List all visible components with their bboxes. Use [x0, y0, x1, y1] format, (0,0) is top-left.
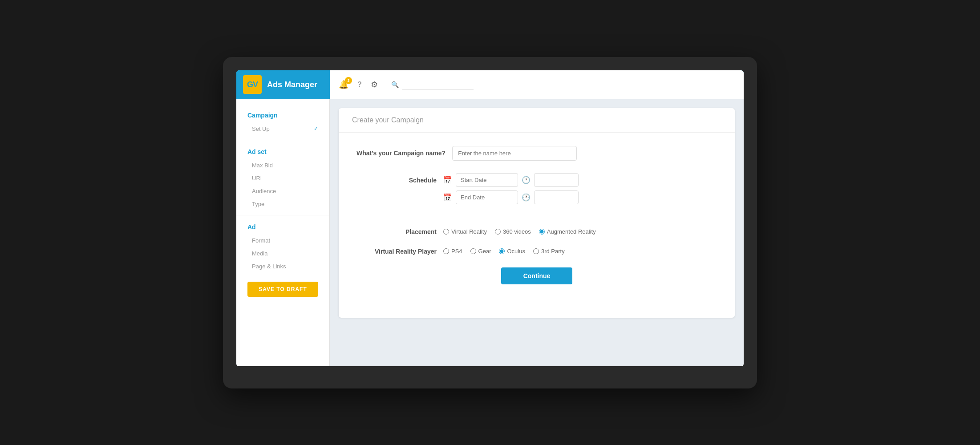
campaign-name-label: What's your Campaign name?	[356, 150, 445, 157]
sidebar-adset-title: Ad set	[236, 145, 329, 159]
form-header-title: Create your Campaign	[352, 116, 424, 124]
settings-icon[interactable]: ⚙	[371, 80, 378, 89]
campaign-name-input[interactable]	[452, 146, 577, 161]
schedule-label: Schedule	[356, 173, 437, 184]
sidebar-item-maxbid[interactable]: Max Bid	[236, 159, 329, 172]
form-card-header: Create your Campaign	[339, 108, 735, 133]
logo-area: GV Ads Manager	[236, 70, 330, 99]
sidebar-item-audience[interactable]: Audience	[236, 185, 329, 198]
vr-player-oculus[interactable]: Oculus	[499, 248, 525, 255]
sidebar-divider-1	[236, 140, 329, 140]
content-area: Create your Campaign What's your Campaig…	[330, 99, 744, 366]
end-date-input[interactable]	[456, 190, 518, 204]
search-input[interactable]	[402, 80, 474, 89]
end-time-input[interactable]: 11:40 AM	[534, 190, 579, 204]
help-icon[interactable]: ?	[357, 81, 362, 89]
vr-player-gear[interactable]: Gear	[470, 248, 491, 255]
vr-player-ps4[interactable]: PS4	[443, 248, 462, 255]
sidebar-item-format[interactable]: Format	[236, 234, 329, 247]
placement-row: Placement Virtual Reality 360 videos	[356, 228, 717, 235]
form-body: What's your Campaign name? Schedule 📅 🕐	[339, 133, 735, 318]
start-clock-icon: 🕐	[522, 176, 530, 184]
save-draft-button[interactable]: SAVE TO DRAFT	[247, 282, 318, 297]
vr-ps4-radio[interactable]	[443, 248, 449, 254]
end-calendar-icon[interactable]: 📅	[443, 193, 452, 202]
main-content: Campaign Set Up ✓ Ad set Max Bid URL	[236, 99, 744, 366]
vr-oculus-radio[interactable]	[499, 248, 505, 254]
sidebar-section-campaign: Campaign Set Up ✓	[236, 108, 329, 135]
continue-button[interactable]: Continue	[501, 267, 573, 284]
placement-label: Placement	[356, 228, 437, 235]
placement-radio-group: Virtual Reality 360 videos Augmented Rea…	[443, 228, 596, 235]
vr-gear-radio[interactable]	[470, 248, 476, 254]
form-card: Create your Campaign What's your Campaig…	[339, 108, 735, 318]
search-bar: 🔍	[391, 80, 474, 89]
notification-badge: 3	[345, 77, 352, 84]
laptop-frame: GV Ads Manager 🔔 3 ? ⚙ 🔍	[223, 57, 757, 388]
top-nav: 🔔 3 ? ⚙ 🔍	[330, 70, 744, 99]
campaign-name-row: What's your Campaign name?	[356, 146, 717, 161]
placement-360-radio[interactable]	[495, 229, 501, 235]
sidebar-section-ad: Ad Format Media Page & Links	[236, 220, 329, 273]
sidebar-item-setup-check: ✓	[314, 125, 318, 132]
vr-player-row: Virtual Reality Player PS4 Gear	[356, 248, 717, 255]
vr-player-3rdparty[interactable]: 3rd Party	[533, 248, 565, 255]
top-bar: GV Ads Manager 🔔 3 ? ⚙ 🔍	[236, 70, 744, 99]
vr-player-label: Virtual Reality Player	[356, 248, 437, 255]
placement-vr-radio[interactable]	[443, 229, 449, 235]
sidebar-item-media[interactable]: Media	[236, 247, 329, 260]
placement-virtual-reality[interactable]: Virtual Reality	[443, 228, 487, 235]
start-time-input[interactable]: 9:58 AM	[534, 173, 579, 187]
end-schedule-row: 📅 🕐 11:40 AM	[443, 190, 579, 204]
sidebar-item-setup-label: Set Up	[252, 125, 270, 132]
sidebar-item-type[interactable]: Type	[236, 198, 329, 210]
placement-360-videos[interactable]: 360 videos	[495, 228, 531, 235]
sidebar-item-url[interactable]: URL	[236, 172, 329, 185]
schedule-group: 📅 🕐 9:58 AM 📅 🕐 11:40 AM	[443, 173, 579, 204]
end-clock-icon: 🕐	[522, 193, 530, 202]
search-icon: 🔍	[391, 81, 399, 88]
start-schedule-row: 📅 🕐 9:58 AM	[443, 173, 579, 187]
app-title: Ads Manager	[267, 80, 317, 89]
app-logo: GV	[243, 75, 262, 94]
start-calendar-icon[interactable]: 📅	[443, 176, 452, 184]
sidebar-ad-title: Ad	[236, 220, 329, 234]
sidebar: Campaign Set Up ✓ Ad set Max Bid URL	[236, 99, 330, 366]
sidebar-item-setup[interactable]: Set Up ✓	[236, 122, 329, 135]
notification-bell[interactable]: 🔔 3	[339, 80, 348, 89]
vr-player-radio-group: PS4 Gear Oculus	[443, 248, 565, 255]
form-actions: Continue	[356, 267, 717, 304]
sidebar-section-adset: Ad set Max Bid URL Audience Type	[236, 145, 329, 210]
sidebar-divider-2	[236, 215, 329, 215]
vr-3rdparty-radio[interactable]	[533, 248, 539, 254]
start-date-input[interactable]	[456, 173, 518, 187]
sidebar-campaign-title: Campaign	[236, 108, 329, 122]
sidebar-item-pagelinks[interactable]: Page & Links	[236, 260, 329, 273]
form-divider-1	[356, 217, 717, 217]
placement-ar-radio[interactable]	[539, 229, 545, 235]
placement-augmented-reality[interactable]: Augmented Reality	[539, 228, 596, 235]
schedule-row: Schedule 📅 🕐 9:58 AM 📅	[356, 173, 717, 204]
laptop-screen: GV Ads Manager 🔔 3 ? ⚙ 🔍	[236, 70, 744, 366]
